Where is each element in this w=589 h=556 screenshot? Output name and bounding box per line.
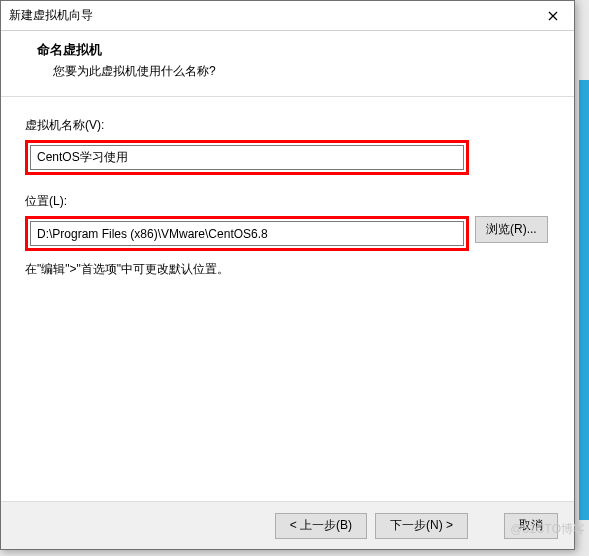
vm-location-highlight xyxy=(25,216,469,251)
close-button[interactable] xyxy=(532,2,574,30)
wizard-header: 命名虚拟机 您要为此虚拟机使用什么名称? xyxy=(1,31,574,97)
titlebar: 新建虚拟机向导 xyxy=(1,1,574,31)
location-hint: 在"编辑">"首选项"中可更改默认位置。 xyxy=(25,261,550,278)
header-title: 命名虚拟机 xyxy=(37,41,554,59)
vm-location-label: 位置(L): xyxy=(25,193,550,210)
header-subtitle: 您要为此虚拟机使用什么名称? xyxy=(53,63,554,80)
wizard-footer: < 上一步(B) 下一步(N) > 取消 xyxy=(1,501,574,549)
vm-location-input[interactable] xyxy=(30,221,464,246)
cancel-button[interactable]: 取消 xyxy=(504,513,558,539)
vm-name-label: 虚拟机名称(V): xyxy=(25,117,550,134)
new-vm-wizard-dialog: 新建虚拟机向导 命名虚拟机 您要为此虚拟机使用什么名称? 虚拟机名称(V): 位… xyxy=(0,0,575,550)
dialog-title: 新建虚拟机向导 xyxy=(9,7,93,24)
next-button[interactable]: 下一步(N) > xyxy=(375,513,468,539)
vm-name-input[interactable] xyxy=(30,145,464,170)
back-button[interactable]: < 上一步(B) xyxy=(275,513,367,539)
browse-button[interactable]: 浏览(R)... xyxy=(475,216,548,243)
wizard-content: 虚拟机名称(V): 位置(L): 浏览(R)... 在"编辑">"首选项"中可更… xyxy=(1,97,574,489)
close-icon xyxy=(548,11,558,21)
vm-name-highlight xyxy=(25,140,469,175)
